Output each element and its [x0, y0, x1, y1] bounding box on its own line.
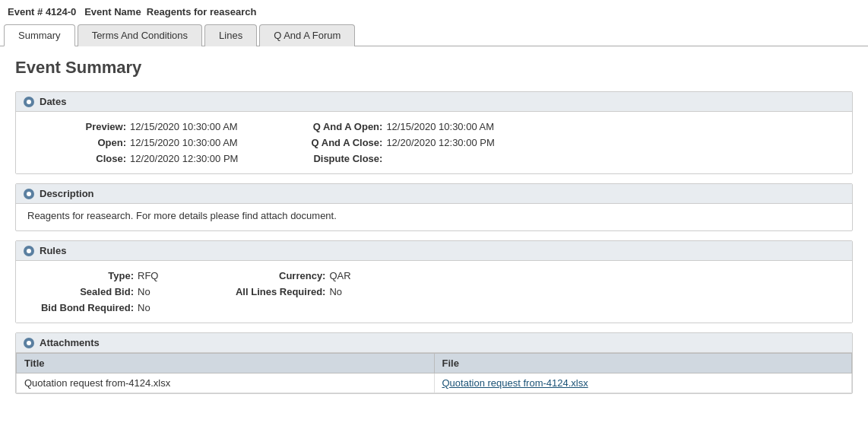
qa-close-row: Q And A Close: 12/20/2020 12:30:00 PM [284, 137, 494, 148]
description-header: Description [16, 184, 852, 204]
close-value: 12/20/2020 12:30:00 PM [130, 153, 238, 164]
dates-title: Dates [40, 96, 66, 107]
type-label: Type: [27, 270, 134, 281]
open-row: Open: 12/15/2020 10:30:00 AM [27, 137, 238, 148]
attachment-file-0: Quotation request from-4124.xlsx [434, 373, 852, 393]
attachments-body: Title File Quotation request from-4124.x… [16, 353, 852, 393]
description-text: Reagents for reasearch. For more details… [16, 204, 852, 230]
event-number: 4124-0 [46, 6, 76, 17]
attachments-header: Attachments [16, 333, 852, 353]
all-lines-row: All Lines Required: No [219, 286, 350, 297]
event-name-label: Event Name [84, 6, 141, 17]
type-row: Type: RFQ [27, 270, 158, 281]
dates-body: Preview: 12/15/2020 10:30:00 AM Open: 12… [16, 112, 852, 173]
event-label: Event # [8, 6, 43, 17]
tab-qa[interactable]: Q And A Forum [259, 24, 355, 46]
attachments-table: Title File Quotation request from-4124.x… [16, 353, 852, 393]
qa-open-value: 12/15/2020 10:30:00 AM [386, 121, 494, 132]
sealed-bid-row: Sealed Bid: No [27, 286, 158, 297]
bid-bond-value: No [138, 302, 150, 313]
rules-icon [24, 246, 34, 256]
rules-col-left: Type: RFQ Sealed Bid: No Bid Bond Requir… [27, 270, 158, 313]
all-lines-value: No [329, 286, 342, 297]
dates-header: Dates [16, 92, 852, 112]
tab-lines[interactable]: Lines [204, 24, 257, 46]
qa-close-value: 12/20/2020 12:30:00 PM [386, 137, 494, 148]
description-icon [24, 189, 34, 199]
event-name: Reagents for reasearch [147, 6, 257, 17]
attachments-icon [24, 338, 34, 348]
attachment-title-0: Quotation request from-4124.xlsx [17, 373, 435, 393]
preview-value: 12/15/2020 10:30:00 AM [130, 121, 238, 132]
col-title: Title [17, 354, 435, 373]
col-file: File [434, 354, 852, 373]
attachments-thead: Title File [17, 354, 852, 373]
sealed-bid-value: No [138, 286, 150, 297]
currency-label: Currency: [219, 270, 325, 281]
attachments-section: Attachments Title File Quotation request… [15, 332, 853, 394]
all-lines-label: All Lines Required: [219, 286, 325, 297]
dates-col-left: Preview: 12/15/2020 10:30:00 AM Open: 12… [27, 121, 238, 164]
bid-bond-label: Bid Bond Required: [27, 302, 134, 313]
type-value: RFQ [138, 270, 158, 281]
dates-section: Dates Preview: 12/15/2020 10:30:00 AM Op… [15, 91, 853, 174]
dates-icon [24, 97, 34, 107]
dates-grid: Preview: 12/15/2020 10:30:00 AM Open: 12… [27, 121, 841, 164]
rules-title: Rules [40, 245, 66, 256]
currency-row: Currency: QAR [219, 270, 350, 281]
open-value: 12/15/2020 10:30:00 AM [130, 137, 238, 148]
dates-col-right: Q And A Open: 12/15/2020 10:30:00 AM Q A… [284, 121, 494, 164]
event-header: Event # 4124-0 Event Name Reagents for r… [0, 0, 868, 24]
attachments-title: Attachments [40, 337, 100, 348]
page-title: Event Summary [15, 58, 853, 78]
close-row: Close: 12/20/2020 12:30:00 PM [27, 153, 238, 164]
qa-open-label: Q And A Open: [284, 121, 382, 132]
attachment-link-0[interactable]: Quotation request from-4124.xlsx [442, 377, 588, 389]
attachments-tbody: Quotation request from-4124.xlsx Quotati… [17, 373, 852, 393]
open-label: Open: [27, 137, 126, 148]
attachments-header-row: Title File [17, 354, 852, 373]
qa-open-row: Q And A Open: 12/15/2020 10:30:00 AM [284, 121, 494, 132]
rules-grid: Type: RFQ Sealed Bid: No Bid Bond Requir… [27, 270, 841, 313]
sealed-bid-label: Sealed Bid: [27, 286, 134, 297]
bid-bond-row: Bid Bond Required: No [27, 302, 158, 313]
close-label: Close: [27, 153, 126, 164]
currency-value: QAR [329, 270, 350, 281]
tab-bar: Summary Terms And Conditions Lines Q And… [0, 24, 868, 46]
attachment-row-0: Quotation request from-4124.xlsx Quotati… [17, 373, 852, 393]
tab-summary[interactable]: Summary [4, 24, 75, 46]
preview-row: Preview: 12/15/2020 10:30:00 AM [27, 121, 238, 132]
qa-close-label: Q And A Close: [284, 137, 382, 148]
dispute-close-row: Dispute Close: [284, 153, 494, 164]
rules-header: Rules [16, 241, 852, 261]
description-section: Description Reagents for reasearch. For … [15, 183, 853, 231]
rules-col-right: Currency: QAR All Lines Required: No [219, 270, 350, 313]
rules-section: Rules Type: RFQ Sealed Bid: No Bid Bond … [15, 240, 853, 323]
dispute-close-label: Dispute Close: [284, 153, 382, 164]
main-content: Event Summary Dates Preview: 12/15/2020 … [0, 46, 868, 415]
description-title: Description [40, 188, 94, 199]
preview-label: Preview: [27, 121, 126, 132]
tab-terms[interactable]: Terms And Conditions [78, 24, 202, 46]
rules-body: Type: RFQ Sealed Bid: No Bid Bond Requir… [16, 261, 852, 323]
